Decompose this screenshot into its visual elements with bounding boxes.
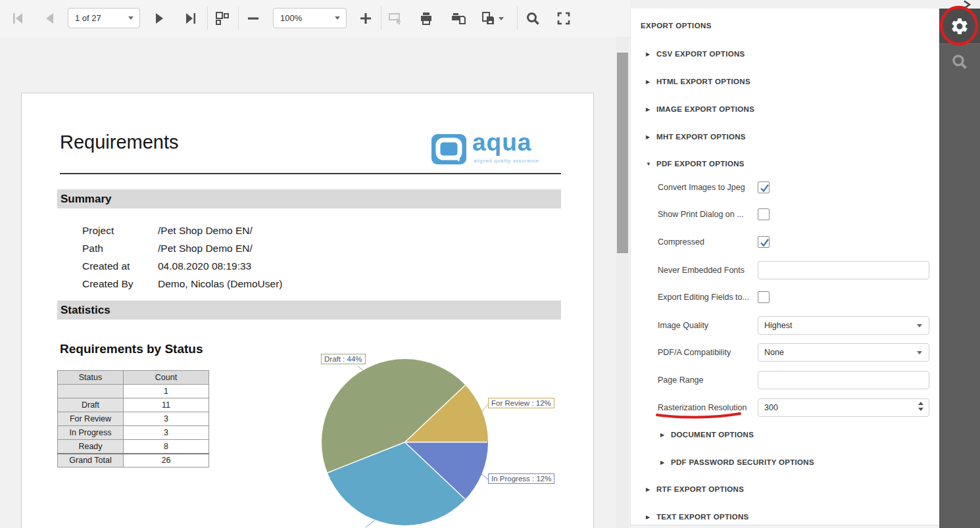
field-row-export-editing-fields: Export Editing Fields to... (631, 288, 940, 306)
check-icon (759, 237, 770, 248)
chevron-down-icon (499, 17, 504, 20)
page-selector[interactable]: 1 of 27 (68, 8, 140, 28)
collapsed-arrow-icon: ▶ (646, 79, 656, 85)
collapsed-arrow-icon: ▶ (660, 460, 671, 466)
convert-images-to-jpeg-checkbox[interactable] (758, 181, 770, 193)
viewer-toolbar: 1 of 27 100% (0, 0, 630, 37)
field-value: Demo, Nicolas (DemoUser) (158, 278, 282, 290)
field-label: Export Editing Fields to... (658, 288, 753, 306)
section-csv-export-options[interactable]: ▶ CSV EXPORT OPTIONS (646, 49, 745, 59)
field-row-show-print-dialog: Show Print Dialog on ... (631, 205, 940, 224)
table-row: For Review 3 (58, 412, 209, 426)
document-viewer-area: Requirements aqua aligned quality assura… (0, 37, 616, 528)
first-page-button[interactable] (5, 5, 31, 32)
cell-count: 1 (124, 385, 209, 398)
section-image-export-options[interactable]: ▶ IMAGE EXPORT OPTIONS (646, 104, 754, 114)
export-to-button[interactable] (475, 5, 509, 32)
field-value: /Pet Shop Demo EN/ (158, 243, 253, 254)
field-label: Project (82, 225, 158, 237)
summary-row: Project /Pet Shop Demo EN/ (82, 222, 253, 239)
cell-status: Grand Total (58, 454, 124, 468)
toolbar-separator (238, 7, 239, 30)
next-page-button[interactable] (147, 5, 173, 32)
multipage-view-button[interactable] (208, 5, 235, 32)
compressed-checkbox[interactable] (758, 236, 770, 248)
export-editing-fields-checkbox[interactable] (758, 291, 770, 303)
summary-row: Created By Demo, Nicolas (DemoUser) (82, 275, 282, 293)
status-count-table: Status Count 1 Draft 11 For Review 3 In … (57, 370, 209, 468)
panel-collapse-button[interactable] (962, 0, 977, 9)
summary-row: Path /Pet Shop Demo EN/ (82, 239, 253, 257)
section-pdf-export-options[interactable]: ▼ PDF EXPORT OPTIONS (646, 158, 745, 169)
title-rule (60, 173, 561, 174)
chevron-down-icon (128, 16, 134, 20)
section-text-export-options[interactable]: ▶ TEXT EXPORT OPTIONS (646, 512, 749, 522)
last-page-button[interactable] (178, 5, 204, 32)
scrollbar-thumb[interactable] (617, 53, 628, 253)
page-selector-value: 1 of 27 (75, 13, 101, 23)
zoom-out-icon (245, 11, 261, 26)
field-label: Image Quality (658, 316, 753, 335)
field-label: Convert Images to Jpeg (658, 178, 753, 197)
collapsed-arrow-icon: ▶ (646, 514, 656, 520)
field-row-never-embedded-fonts: Never Embedded Fonts (631, 261, 940, 279)
pdfa-compatibility-select[interactable]: None (758, 343, 929, 362)
fullscreen-icon (556, 11, 572, 26)
cell-count: 8 (124, 440, 209, 454)
cell-status: For Review (58, 412, 124, 426)
chevron-down-icon (917, 351, 922, 354)
section-pdf-password-security-options[interactable]: ▶ PDF PASSWORD SECURITY OPTIONS (660, 457, 814, 468)
report-title: Requirements (60, 132, 179, 153)
page-range-input[interactable] (758, 371, 929, 389)
never-embedded-fonts-input[interactable] (758, 261, 929, 279)
zoom-out-button[interactable] (240, 5, 266, 32)
print-page-button[interactable] (445, 5, 472, 32)
cell-count: 26 (124, 454, 209, 468)
fullscreen-button[interactable] (551, 5, 577, 32)
zoom-selector[interactable]: 100% (273, 8, 347, 28)
section-rtf-export-options[interactable]: ▶ RTF EXPORT OPTIONS (646, 484, 744, 494)
select-value: None (764, 348, 784, 357)
highlight-editing-fields-button[interactable] (383, 5, 409, 32)
image-quality-select[interactable]: Highest (758, 316, 929, 335)
print-button[interactable] (413, 5, 439, 32)
section-html-export-options[interactable]: ▶ HTML EXPORT OPTIONS (646, 76, 750, 87)
multipage-view-icon (214, 11, 230, 26)
right-sidebar (939, 9, 980, 528)
rasterization-resolution-spinner[interactable]: 300 (758, 398, 929, 417)
search-tab[interactable] (939, 45, 980, 79)
search-button[interactable] (520, 5, 546, 32)
toolbar-separator (381, 7, 381, 30)
panel-top-strip (630, 0, 980, 9)
field-label: Rasterization Resolution (658, 398, 753, 417)
spinner-arrows[interactable] (918, 402, 923, 411)
cell-status: In Progress (58, 426, 124, 440)
field-label: Page Range (658, 371, 753, 389)
expanded-arrow-icon: ▼ (646, 161, 656, 167)
last-page-icon (183, 11, 199, 26)
section-document-options[interactable]: ▶ DOCUMENT OPTIONS (660, 429, 754, 440)
spinner-up-icon (918, 402, 923, 405)
section-mht-export-options[interactable]: ▶ MHT EXPORT OPTIONS (646, 132, 746, 142)
column-header: Status (58, 371, 124, 385)
pie-chart (322, 359, 488, 525)
field-value: 04.08.2020 08:19:33 (158, 260, 251, 272)
zoom-in-button[interactable] (353, 5, 379, 32)
table-row: 1 (58, 385, 209, 398)
summary-row: Created at 04.08.2020 08:19:33 (82, 257, 251, 275)
table-row: In Progress 3 (58, 426, 209, 440)
previous-page-button[interactable] (36, 5, 62, 32)
cell-status (58, 385, 124, 398)
export-options-tab[interactable] (939, 9, 980, 44)
table-row: Draft 11 (58, 398, 209, 412)
spinner-down-icon (918, 408, 923, 411)
toolbar-separator (517, 7, 518, 30)
collapsed-arrow-icon: ▶ (646, 134, 656, 140)
cell-status: Draft (58, 398, 124, 412)
collapsed-arrow-icon: ▶ (646, 487, 656, 492)
chart-title: Requirements by Status (60, 342, 203, 356)
previous-page-icon (41, 11, 57, 26)
show-print-dialog-checkbox[interactable] (758, 208, 770, 220)
pie-label-in-progress: In Progress : 12% (488, 473, 554, 484)
field-row-rasterization-resolution: Rasterization Resolution 300 (631, 398, 940, 417)
